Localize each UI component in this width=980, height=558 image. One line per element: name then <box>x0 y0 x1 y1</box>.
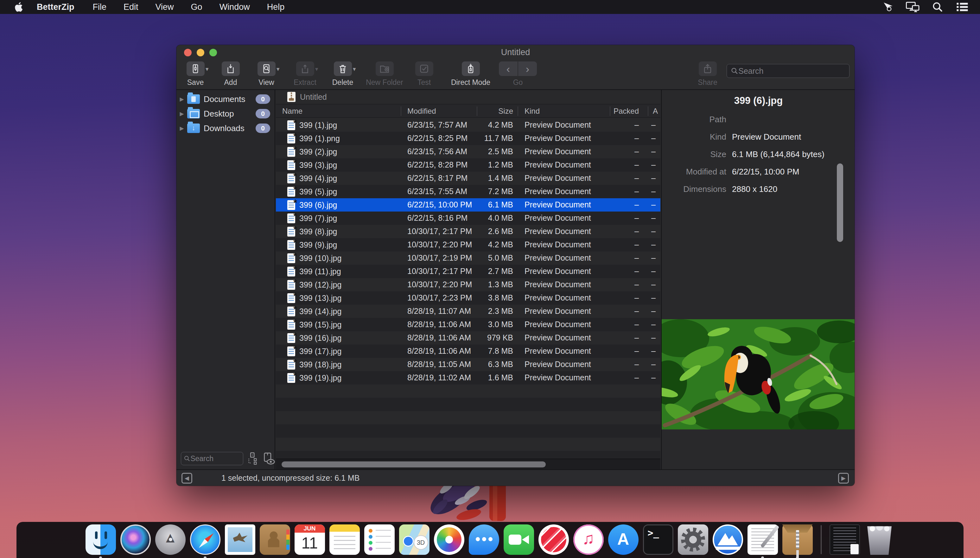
table-row[interactable]: 399 (12).jpg 10/30/17, 2:20 PM 1.3 MB Pr… <box>276 278 660 291</box>
table-row[interactable]: 399 (5).jpg 6/23/15, 7:55 AM 7.2 MB Prev… <box>276 185 660 198</box>
table-row[interactable]: 399 (11).jpg 10/30/17, 2:17 PM 2.7 MB Pr… <box>276 265 660 278</box>
dock-item-minimized-document[interactable] <box>829 524 860 558</box>
preview-document-icon <box>287 227 295 236</box>
disclosure-triangle-icon[interactable]: ▶ <box>176 110 187 117</box>
table-row[interactable]: 399 (16).jpg 8/28/19, 11:06 AM 979 KB Pr… <box>276 331 660 345</box>
preview-document-icon <box>287 213 295 223</box>
news-icon <box>538 524 569 555</box>
table-row[interactable]: 399 (1).jpg 6/23/15, 7:57 AM 4.2 MB Prev… <box>276 118 660 132</box>
new-folder-button[interactable]: New Folder <box>364 61 405 87</box>
sidebar-item-desktop[interactable]: ▶ Desktop 0 <box>176 107 275 121</box>
table-row[interactable]: 399 (18).jpg 8/28/19, 11:05 AM 6.3 MB Pr… <box>276 358 660 371</box>
dock-item-calendar[interactable]: JUN11 <box>294 524 326 558</box>
table-row[interactable]: 399 (7).jpg 6/22/15, 8:16 PM 4.0 MB Prev… <box>276 212 660 225</box>
table-row[interactable]: 399 (10).jpg 10/30/17, 2:19 PM 5.0 MB Pr… <box>276 251 660 265</box>
extract-button[interactable]: ▼ Extract <box>287 61 323 87</box>
column-header-modified[interactable]: Modified <box>407 107 436 116</box>
table-row[interactable]: 399 (17).jpg 8/28/19, 11:06 AM 7.8 MB Pr… <box>276 345 660 358</box>
table-row[interactable]: 399 (9).jpg 10/30/17, 2:20 PM 4.2 MB Pre… <box>276 238 660 251</box>
dock-item-safari[interactable] <box>189 524 221 558</box>
menu-app-name[interactable]: BetterZip <box>37 2 74 12</box>
dock-item-facetime[interactable] <box>503 524 535 558</box>
table-row[interactable]: 399 (14).jpg 8/28/19, 11:07 AM 2.3 MB Pr… <box>276 305 660 318</box>
flatten-structure-icon[interactable] <box>247 452 258 465</box>
breadcrumb[interactable]: Untitled <box>276 90 660 105</box>
dock-item-maps[interactable] <box>399 524 430 558</box>
column-header-kind[interactable]: Kind <box>525 107 540 116</box>
table-row[interactable]: 399 (1).png 6/22/15, 8:25 PM 11.7 MB Pre… <box>276 132 660 145</box>
table-row[interactable]: 399 (4).jpg 6/22/15, 8:17 PM 1.4 MB Prev… <box>276 172 660 185</box>
dock-item-betterzip[interactable] <box>782 524 813 558</box>
disclosure-triangle-icon[interactable]: ▶ <box>176 96 187 103</box>
view-dropdown-chevron[interactable]: ▼ <box>276 67 281 72</box>
menu-item-go[interactable]: Go <box>191 2 202 12</box>
quick-look-archive-icon[interactable] <box>262 451 275 466</box>
dock-item-news[interactable] <box>538 524 570 558</box>
save-button[interactable]: ▼ Save <box>177 61 214 87</box>
horizontal-scrollbar[interactable] <box>276 459 660 469</box>
file-kind: Preview Document <box>525 253 591 263</box>
direct-mode-button[interactable]: Direct Mode <box>448 61 494 87</box>
menu-item-help[interactable]: Help <box>267 2 285 12</box>
dock-item-mountain-app[interactable] <box>712 524 744 558</box>
go-back-button[interactable]: ‹ <box>499 61 518 76</box>
dock-item-trash[interactable] <box>864 524 895 558</box>
sidebar-item-documents[interactable]: ▶ Documents 0 <box>176 92 275 107</box>
displays-icon[interactable] <box>906 1 920 13</box>
info-panel-scrollbar[interactable] <box>837 163 843 242</box>
view-button[interactable]: ▼ View <box>249 61 284 87</box>
dock-item-reminders[interactable] <box>364 524 395 558</box>
column-header-attributes[interactable]: A <box>653 107 658 116</box>
disclosure-triangle-icon[interactable]: ▶ <box>176 125 187 132</box>
dock-item-notes[interactable] <box>329 524 360 558</box>
menu-item-file[interactable]: File <box>93 2 107 12</box>
dock-item-contacts[interactable] <box>259 524 291 558</box>
dock-item-system-preferences[interactable] <box>677 524 709 558</box>
sidebar-search[interactable] <box>181 452 243 465</box>
title-bar[interactable]: Untitled <box>176 45 855 60</box>
dock-item-itunes[interactable] <box>573 524 604 558</box>
status-back-button[interactable]: ◀ <box>182 473 192 484</box>
screen-share-pointer-icon[interactable] <box>881 1 895 13</box>
dock-item-finder[interactable] <box>85 524 117 558</box>
column-header-name[interactable]: Name <box>282 107 302 116</box>
table-row[interactable]: 399 (15).jpg 8/28/19, 11:06 AM 3.0 MB Pr… <box>276 318 660 331</box>
table-row[interactable]: 399 (2).jpg 6/23/15, 7:56 AM 2.5 MB Prev… <box>276 145 660 158</box>
delete-dropdown-chevron[interactable]: ▼ <box>352 67 357 72</box>
sidebar-item-downloads[interactable]: ▶ Downloads 0 <box>176 121 275 136</box>
menu-item-edit[interactable]: Edit <box>123 2 138 12</box>
dock-item-appstore[interactable] <box>607 524 639 558</box>
table-row[interactable]: 399 (19).jpg 8/28/19, 11:02 AM 1.6 MB Pr… <box>276 371 660 384</box>
sidebar-search-input[interactable] <box>190 455 240 463</box>
column-header-packed[interactable]: Packed <box>614 107 639 116</box>
dock-item-textedit[interactable] <box>747 524 778 558</box>
dock-item-photos[interactable] <box>433 524 465 558</box>
table-row[interactable]: 399 (3).jpg 6/22/15, 8:28 PM 1.2 MB Prev… <box>276 158 660 172</box>
delete-button[interactable]: ▼ Delete <box>325 61 360 87</box>
file-kind: Preview Document <box>525 174 591 183</box>
column-header-size[interactable]: Size <box>498 107 513 116</box>
dock-item-siri[interactable] <box>120 524 151 558</box>
dock-item-mail[interactable] <box>224 524 256 558</box>
dock-item-messages[interactable] <box>468 524 500 558</box>
save-dropdown-chevron[interactable]: ▼ <box>205 67 210 72</box>
apple-menu-icon[interactable] <box>14 2 25 12</box>
file-size: 3.8 MB <box>488 293 513 302</box>
go-forward-button[interactable]: › <box>518 61 537 76</box>
share-button[interactable]: Share <box>691 61 724 87</box>
add-button[interactable]: Add <box>213 61 248 87</box>
table-row[interactable]: 399 (8).jpg 10/30/17, 2:17 PM 2.6 MB Pre… <box>276 225 660 238</box>
toolbar-search-input[interactable] <box>738 67 845 75</box>
notification-list-icon[interactable] <box>955 1 969 13</box>
status-forward-button[interactable]: ▶ <box>838 473 849 484</box>
spotlight-search-icon[interactable] <box>931 1 944 13</box>
menu-item-window[interactable]: Window <box>220 2 250 12</box>
scrollbar-thumb[interactable] <box>282 461 546 468</box>
dock-item-launchpad[interactable] <box>154 524 186 558</box>
table-row[interactable]: 399 (6).jpg 6/22/15, 10:00 PM 6.1 MB Pre… <box>276 198 660 212</box>
test-button[interactable]: Test <box>407 61 441 87</box>
dock-item-terminal[interactable] <box>642 524 674 558</box>
table-row[interactable]: 399 (13).jpg 10/30/17, 2:23 PM 3.8 MB Pr… <box>276 291 660 305</box>
menu-item-view[interactable]: View <box>156 2 174 12</box>
toolbar-search[interactable] <box>727 64 850 78</box>
